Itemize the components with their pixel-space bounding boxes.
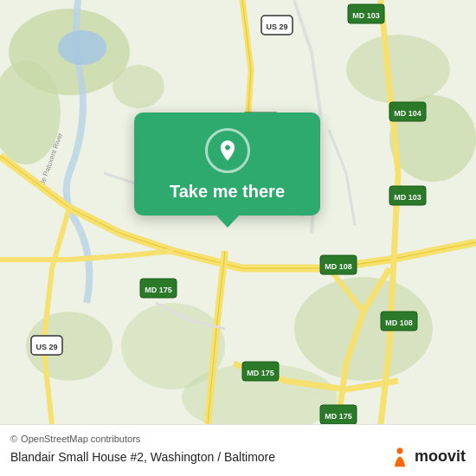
attribution-row: © OpenStreetMap contributors (10, 434, 466, 444)
bottom-bar: © OpenStreetMap contributors Blandair Sm… (0, 424, 476, 476)
copyright-symbol: © (10, 434, 17, 444)
moovit-icon (389, 446, 411, 468)
svg-text:US 29: US 29 (35, 343, 57, 351)
location-name-row: Blandair Small House #2, Washington / Ba… (10, 446, 466, 468)
svg-point-3 (346, 35, 450, 104)
osm-attribution: OpenStreetMap contributors (21, 434, 140, 444)
svg-text:MD 175: MD 175 (247, 369, 274, 377)
moovit-text: moovit (415, 447, 466, 466)
svg-text:MD 104: MD 104 (394, 109, 421, 118)
svg-point-9 (113, 65, 164, 108)
svg-text:MD 175: MD 175 (325, 412, 352, 421)
svg-text:MD 108: MD 108 (385, 318, 413, 327)
location-pin-icon (215, 138, 240, 163)
svg-text:MD 108: MD 108 (325, 262, 352, 271)
map-container: / rtle Patuxent River US 29 MD 10 (0, 0, 476, 424)
svg-text:MD 175: MD 175 (145, 286, 172, 294)
take-me-there-popup[interactable]: Take me there (134, 113, 320, 215)
svg-text:US 29: US 29 (266, 23, 287, 31)
svg-point-34 (397, 447, 403, 453)
svg-point-33 (58, 30, 106, 65)
svg-text:MD 103: MD 103 (352, 11, 380, 20)
take-me-there-label: Take me there (170, 182, 285, 202)
svg-text:MD 103: MD 103 (394, 193, 421, 202)
location-name: Blandair Small House #2, Washington / Ba… (10, 450, 275, 464)
moovit-logo[interactable]: moovit (389, 446, 466, 468)
location-icon-circle (205, 128, 250, 173)
